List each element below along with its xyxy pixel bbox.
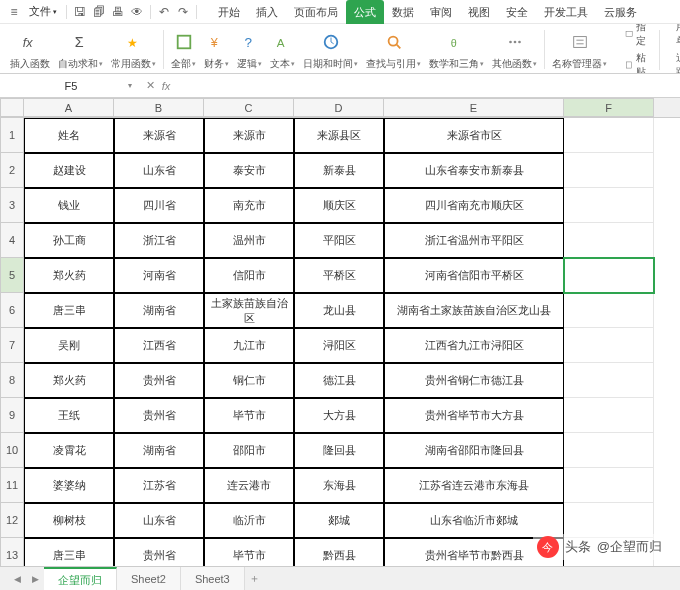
ribbon-tab-3[interactable]: 公式 (346, 0, 384, 24)
cell-C8[interactable]: 铜仁市 (204, 363, 294, 398)
cell-E5[interactable]: 河南省信阳市平桥区 (384, 258, 564, 293)
row-header-9[interactable]: 9 (0, 398, 24, 433)
cell-C3[interactable]: 南充市 (204, 188, 294, 223)
sheet-nav-next[interactable]: ▶ (26, 570, 44, 588)
row-header-5[interactable]: 5 (0, 258, 24, 293)
row-header-1[interactable]: 1 (0, 118, 24, 153)
cell-F12[interactable] (564, 503, 654, 538)
cell-D6[interactable]: 龙山县 (294, 293, 384, 328)
cell-B10[interactable]: 湖南省 (114, 433, 204, 468)
cell-E12[interactable]: 山东省临沂市郯城 (384, 503, 564, 538)
cell-D4[interactable]: 平阳区 (294, 223, 384, 258)
cell-C7[interactable]: 九江市 (204, 328, 294, 363)
cell-B8[interactable]: 贵州省 (114, 363, 204, 398)
ribbon-tab-0[interactable]: 开始 (210, 0, 248, 24)
ribbon-tab-2[interactable]: 页面布局 (286, 0, 346, 24)
cell-D1[interactable]: 来源县区 (294, 118, 384, 153)
cell-D3[interactable]: 顺庆区 (294, 188, 384, 223)
print-icon[interactable]: 🖶 (110, 4, 126, 20)
ribbon-group-8[interactable]: 查找与引用▾ (362, 26, 425, 73)
cell-C2[interactable]: 泰安市 (204, 153, 294, 188)
cell-F7[interactable] (564, 328, 654, 363)
cell-D11[interactable]: 东海县 (294, 468, 384, 503)
undo-icon[interactable]: ↶ (156, 4, 172, 20)
ribbon-tab-1[interactable]: 插入 (248, 0, 286, 24)
cell-B9[interactable]: 贵州省 (114, 398, 204, 433)
cell-B1[interactable]: 来源省 (114, 118, 204, 153)
cell-F6[interactable] (564, 293, 654, 328)
cell-F5[interactable] (564, 258, 654, 293)
cell-A6[interactable]: 唐三串 (24, 293, 114, 328)
row-header-8[interactable]: 8 (0, 363, 24, 398)
ribbon-group-9[interactable]: θ数学和三角▾ (425, 26, 488, 73)
cell-F10[interactable] (564, 433, 654, 468)
paste-button[interactable]: 粘贴 (621, 50, 654, 74)
cell-D2[interactable]: 新泰县 (294, 153, 384, 188)
cell-A5[interactable]: 郑火药 (24, 258, 114, 293)
cell-F3[interactable] (564, 188, 654, 223)
add-sheet-button[interactable]: ＋ (245, 571, 265, 586)
row-header-3[interactable]: 3 (0, 188, 24, 223)
cell-F11[interactable] (564, 468, 654, 503)
print-preview-icon[interactable]: 👁 (129, 4, 145, 20)
row-header-11[interactable]: 11 (0, 468, 24, 503)
cell-F4[interactable] (564, 223, 654, 258)
column-header-E[interactable]: E (384, 98, 564, 117)
ribbon-group-10[interactable]: 其他函数▾ (488, 26, 541, 73)
cell-C12[interactable]: 临沂市 (204, 503, 294, 538)
cell-D5[interactable]: 平桥区 (294, 258, 384, 293)
ribbon-tab-4[interactable]: 数据 (384, 0, 422, 24)
cell-B11[interactable]: 江苏省 (114, 468, 204, 503)
save-icon[interactable]: 🖫 (72, 4, 88, 20)
ribbon-group-5[interactable]: ?逻辑▾ (233, 26, 266, 73)
ribbon-group-1[interactable]: Σ自动求和▾ (54, 26, 107, 73)
cell-E2[interactable]: 山东省泰安市新泰县 (384, 153, 564, 188)
column-header-C[interactable]: C (204, 98, 294, 117)
sheet-tab-0[interactable]: 企望而归 (44, 567, 117, 591)
fx-icon[interactable]: fx (158, 80, 174, 92)
cell-A7[interactable]: 吴刚 (24, 328, 114, 363)
cell-F1[interactable] (564, 118, 654, 153)
ribbon-group-11[interactable]: 名称管理器▾ (548, 26, 611, 73)
column-header-B[interactable]: B (114, 98, 204, 117)
cell-F2[interactable] (564, 153, 654, 188)
ribbon-group-0[interactable]: fx插入函数 (6, 26, 54, 73)
cell-E6[interactable]: 湖南省土家族苗族自治区龙山县 (384, 293, 564, 328)
cell-A11[interactable]: 婆婆纳 (24, 468, 114, 503)
cell-A12[interactable]: 柳树枝 (24, 503, 114, 538)
column-header-A[interactable]: A (24, 98, 114, 117)
ribbon-tab-6[interactable]: 视图 (460, 0, 498, 24)
cell-E4[interactable]: 浙江省温州市平阳区 (384, 223, 564, 258)
cell-E8[interactable]: 贵州省铜仁市德江县 (384, 363, 564, 398)
cell-B6[interactable]: 湖南省 (114, 293, 204, 328)
cell-B4[interactable]: 浙江省 (114, 223, 204, 258)
ribbon-group-4[interactable]: ¥财务▾ (200, 26, 233, 73)
column-header-D[interactable]: D (294, 98, 384, 117)
cell-C10[interactable]: 邵阳市 (204, 433, 294, 468)
cell-A1[interactable]: 姓名 (24, 118, 114, 153)
row-header-6[interactable]: 6 (0, 293, 24, 328)
cell-C6[interactable]: 土家族苗族自治区 (204, 293, 294, 328)
define-name-button[interactable]: 指定 (621, 24, 654, 49)
sheet-nav-prev[interactable]: ◀ (8, 570, 26, 588)
cell-C4[interactable]: 温州市 (204, 223, 294, 258)
cell-B5[interactable]: 河南省 (114, 258, 204, 293)
cell-B3[interactable]: 四川省 (114, 188, 204, 223)
ribbon-group-6[interactable]: A文本▾ (266, 26, 299, 73)
cell-A9[interactable]: 王纸 (24, 398, 114, 433)
formula-input[interactable] (174, 76, 680, 96)
ribbon-group-7[interactable]: 日期和时间▾ (299, 26, 362, 73)
sheet-tab-1[interactable]: Sheet2 (117, 567, 181, 591)
cell-D12[interactable]: 郯城 (294, 503, 384, 538)
cell-F8[interactable] (564, 363, 654, 398)
row-header-4[interactable]: 4 (0, 223, 24, 258)
redo-icon[interactable]: ↷ (175, 4, 191, 20)
row-header-2[interactable]: 2 (0, 153, 24, 188)
sheet-tab-2[interactable]: Sheet3 (181, 567, 245, 591)
ribbon-tab-7[interactable]: 安全 (498, 0, 536, 24)
cell-C9[interactable]: 毕节市 (204, 398, 294, 433)
cancel-icon[interactable]: ✕ (142, 79, 158, 92)
cell-D9[interactable]: 大方县 (294, 398, 384, 433)
file-menu[interactable]: 文件 ▾ (25, 2, 61, 21)
app-menu-icon[interactable]: ≡ (6, 4, 22, 20)
